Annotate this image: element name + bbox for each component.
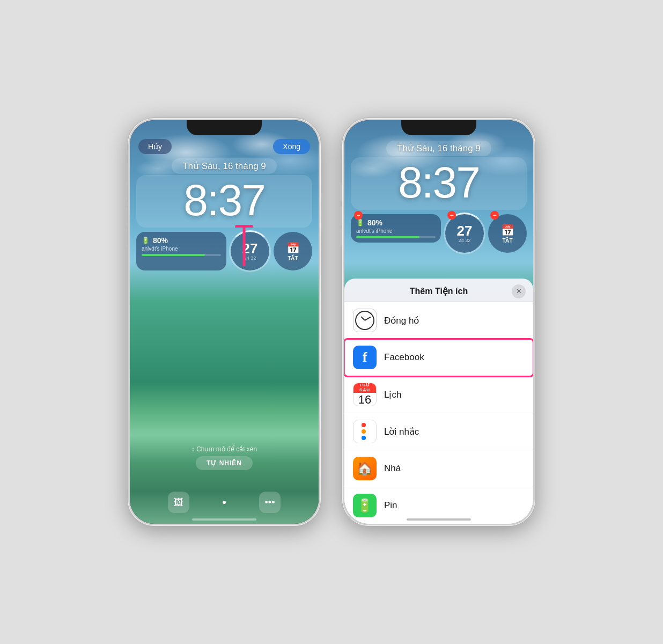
list-item-reminders[interactable]: Lời nhắc — [344, 413, 533, 450]
facebook-label: Facebook — [384, 352, 424, 363]
battery-bar-fill-2 — [356, 236, 419, 238]
tat-label-2: TẮT — [502, 238, 512, 244]
battery-bar-fill — [142, 254, 205, 256]
battery-widget: 🔋 80% anlvdt's iPhone — [136, 232, 226, 270]
clock-display-2: 8:37 — [362, 160, 516, 204]
close-button[interactable]: ✕ — [512, 284, 526, 298]
hint-text: ↕ Chụm mở để cắt xén — [130, 445, 319, 453]
bottom-sheet: Thêm Tiện ích ✕ Đồng hồ f — [344, 279, 533, 524]
clock-min-hand — [365, 317, 371, 321]
list-item-facebook[interactable]: f Facebook — [344, 339, 533, 376]
phone-1-screen: Hủy Xong Thứ Sáu, 16 tháng 9 8:37 🔋 80% — [130, 120, 319, 524]
widget-num: 27 — [242, 241, 258, 255]
battery-icon: 🔋 — [142, 237, 150, 244]
cal-header: THỨ SÁU — [353, 383, 376, 393]
tat-icon-2: 📅 — [501, 224, 514, 237]
number-widget-2: 27 24 32 — [445, 214, 484, 253]
cancel-button[interactable]: Hủy — [138, 139, 172, 154]
list-item-home[interactable]: 🏠 Nhà — [344, 450, 533, 487]
reminder-dot-red — [362, 423, 366, 427]
reminders-label: Lời nhắc — [384, 426, 419, 437]
home-indicator-1 — [192, 518, 256, 521]
main-container: Hủy Xong Thứ Sáu, 16 tháng 9 8:37 🔋 80% — [0, 0, 663, 644]
battery-app-icon: 🔋 — [353, 494, 377, 517]
widgets-row-2: − 🔋 80% anlvdt's iPhone — [351, 214, 527, 253]
widget-sub-2: 24 32 — [459, 238, 471, 243]
date-display-2: Thứ Sáu, 16 tháng 9 — [386, 141, 491, 156]
battery-pct: 80% — [153, 236, 168, 245]
battery-icon-2: 🔋 — [356, 219, 364, 226]
minus-badge-circle[interactable]: − — [447, 211, 456, 219]
list-item-clock[interactable]: Đồng hồ — [344, 302, 533, 339]
home-app-icon: 🏠 — [353, 457, 377, 480]
home-label: Nhà — [384, 463, 401, 474]
battery-bar-bg-2 — [356, 236, 436, 238]
tat-widget-wrapper: − 📅 TẮT — [488, 214, 527, 253]
bottom-bar-1: 🖼 ••• — [130, 492, 319, 513]
top-buttons: Hủy Xong — [130, 139, 319, 154]
phone-1: Hủy Xong Thứ Sáu, 16 tháng 9 8:37 🔋 80% — [128, 118, 321, 526]
gallery-icon[interactable]: 🖼 — [168, 492, 189, 513]
clock-face — [355, 311, 374, 330]
tat-widget-2: 📅 TẮT — [488, 214, 527, 253]
battery-bar-bg — [142, 254, 221, 256]
bottom-landscape: ↕ Chụm mở để cắt xén TỰ NHIÊN — [130, 445, 319, 470]
battery-label: anlvdt's iPhone — [142, 246, 221, 252]
sheet-header: Thêm Tiện ích ✕ — [344, 279, 533, 302]
notch-1 — [187, 120, 262, 135]
done-button[interactable]: Xong — [273, 139, 310, 154]
list-item-calendar[interactable]: THỨ SÁU 16 Lịch — [344, 376, 533, 413]
home-indicator-2 — [407, 518, 471, 521]
phone-2-screen: Thứ Sáu, 16 tháng 9 8:37 − 🔋 80% — [344, 120, 533, 524]
notch-2 — [401, 120, 476, 135]
battery-widget-wrapper: − 🔋 80% anlvdt's iPhone — [351, 214, 441, 253]
clock-container: 8:37 — [136, 175, 312, 228]
battery-widget-2: 🔋 80% anlvdt's iPhone — [351, 214, 441, 243]
reminders-app-icon — [353, 420, 377, 443]
widget-num-2: 27 — [457, 224, 473, 238]
reminder-dot-blue — [362, 436, 366, 440]
cal-day: 16 — [358, 393, 371, 406]
tat-label: TẮT — [288, 255, 298, 261]
facebook-app-icon: f — [353, 346, 377, 369]
more-icon[interactable]: ••• — [259, 492, 281, 513]
date-display: Thứ Sáu, 16 tháng 9 — [172, 158, 277, 174]
clock-app-icon — [353, 309, 377, 332]
clock-container-2: 8:37 — [351, 157, 527, 210]
minus-badge-tat[interactable]: − — [490, 211, 499, 219]
minus-badge-battery[interactable]: − — [354, 211, 363, 219]
phone-2: Thứ Sáu, 16 tháng 9 8:37 − 🔋 80% — [342, 118, 535, 526]
calendar-app-icon: THỨ SÁU 16 — [353, 383, 377, 406]
number-widget: 27 24 32 — [231, 232, 269, 270]
tat-icon: 📅 — [286, 241, 300, 254]
tat-widget: 📅 TẮT — [274, 232, 312, 270]
circle-widget-wrapper: − 27 24 32 — [445, 214, 484, 253]
clock-label: Đồng hồ — [384, 315, 419, 326]
clock-display: 8:37 — [147, 178, 301, 222]
sheet-title: Thêm Tiện ích — [410, 286, 468, 296]
battery-app-label: Pin — [384, 500, 397, 511]
battery-pct-2: 80% — [367, 218, 382, 227]
widget-sub: 24 32 — [244, 255, 256, 261]
battery-label-2: anlvdt's iPhone — [356, 228, 436, 234]
calendar-label: Lịch — [384, 389, 401, 400]
page-indicator — [223, 501, 226, 504]
nature-button[interactable]: TỰ NHIÊN — [196, 456, 253, 470]
reminder-dot-orange — [362, 429, 366, 434]
widgets-row: 🔋 80% anlvdt's iPhone 27 24 32 📅 — [136, 232, 312, 270]
